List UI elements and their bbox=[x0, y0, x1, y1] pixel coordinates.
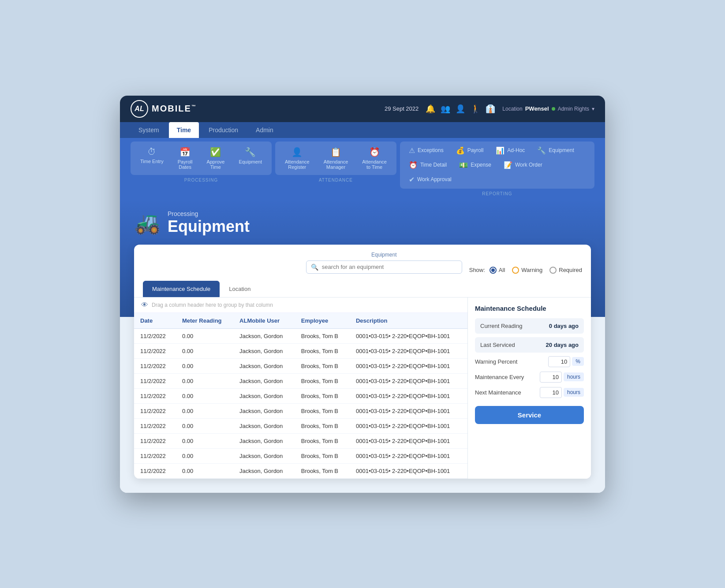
bell-icon[interactable]: 🔔 bbox=[426, 104, 435, 114]
chevron-down-icon[interactable]: ▾ bbox=[592, 106, 594, 112]
logo-icon: AL bbox=[131, 100, 148, 118]
next-maintenance-input-group: hours bbox=[540, 387, 584, 398]
search-input[interactable] bbox=[322, 264, 457, 270]
admin-rights-label: Admin Rights bbox=[558, 106, 589, 112]
cell-date: 11/2/2022 bbox=[134, 403, 176, 418]
cell-description: 0001•03-015• 2-220•EQOP•BH-1001 bbox=[350, 418, 467, 433]
cell-user: Jackson, Gordon bbox=[233, 463, 295, 478]
sub-nav-attendance-register[interactable]: 👤 Attendance Register bbox=[279, 144, 316, 172]
col-employee[interactable]: Employee bbox=[295, 313, 350, 329]
cell-employee: Brooks, Tom B bbox=[295, 328, 350, 343]
radio-required[interactable]: Required bbox=[549, 267, 582, 274]
users-icon[interactable]: 👥 bbox=[441, 104, 450, 114]
current-reading-value: 0 days ago bbox=[549, 323, 579, 329]
table-row[interactable]: 11/2/2022 0.00 Jackson, Gordon Brooks, T… bbox=[134, 358, 467, 373]
col-meter[interactable]: Meter Reading bbox=[176, 313, 233, 329]
reporting-exceptions[interactable]: ⚠ Exceptions bbox=[404, 144, 449, 157]
sub-nav-attendance-manager[interactable]: 📋 Attendance Manager bbox=[318, 144, 355, 172]
table-row[interactable]: 11/2/2022 0.00 Jackson, Gordon Brooks, T… bbox=[134, 448, 467, 463]
reporting-expense[interactable]: 💵 Expense bbox=[454, 159, 497, 171]
table-row[interactable]: 11/2/2022 0.00 Jackson, Gordon Brooks, T… bbox=[134, 343, 467, 358]
equipment-report-icon: 🔧 bbox=[537, 146, 546, 155]
radio-group: All Warning Required bbox=[490, 267, 582, 274]
time-detail-icon: ⏰ bbox=[409, 161, 418, 169]
attendance-group: 👤 Attendance Register 📋 Attendance Manag… bbox=[275, 141, 396, 175]
reporting-equipment[interactable]: 🔧 Equipment bbox=[532, 144, 579, 157]
service-button[interactable]: Service bbox=[475, 406, 584, 424]
cell-date: 11/2/2022 bbox=[134, 433, 176, 448]
show-label: Show: bbox=[469, 267, 485, 273]
cell-meter: 0.00 bbox=[176, 403, 233, 418]
cell-user: Jackson, Gordon bbox=[233, 388, 295, 403]
processing-group: ⏱ Time Entry 📅 Payroll Dates ✅ Approve T… bbox=[131, 141, 272, 175]
warning-percent-input[interactable] bbox=[548, 356, 570, 367]
person-icon[interactable]: 👤 bbox=[456, 104, 465, 114]
settings-person-icon[interactable]: 👔 bbox=[486, 104, 495, 114]
cell-description: 0001•03-015• 2-220•EQOP•BH-1001 bbox=[350, 433, 467, 448]
payroll-dates-icon: 📅 bbox=[179, 147, 191, 157]
table-row[interactable]: 11/2/2022 0.00 Jackson, Gordon Brooks, T… bbox=[134, 373, 467, 388]
expense-icon: 💵 bbox=[459, 161, 468, 169]
cell-date: 11/2/2022 bbox=[134, 418, 176, 433]
table-row[interactable]: 11/2/2022 0.00 Jackson, Gordon Brooks, T… bbox=[134, 328, 467, 343]
cell-meter: 0.00 bbox=[176, 388, 233, 403]
radio-all[interactable]: All bbox=[490, 267, 505, 274]
top-bar-right: 29 Sept 2022 🔔 👥 👤 🚶 👔 Location PWensel … bbox=[385, 104, 594, 114]
table-row[interactable]: 11/2/2022 0.00 Jackson, Gordon Brooks, T… bbox=[134, 388, 467, 403]
col-date[interactable]: Date bbox=[134, 313, 176, 329]
radio-all-dot bbox=[490, 267, 497, 274]
sub-nav-equipment[interactable]: 🔧 Equipment bbox=[232, 144, 268, 172]
logo: AL MOBILE™ bbox=[131, 100, 197, 118]
col-description[interactable]: Description bbox=[350, 313, 467, 329]
warning-percent-unit: % bbox=[572, 357, 584, 366]
last-serviced-label: Last Serviced bbox=[480, 342, 515, 348]
table-row[interactable]: 11/2/2022 0.00 Jackson, Gordon Brooks, T… bbox=[134, 433, 467, 448]
cell-user: Jackson, Gordon bbox=[233, 373, 295, 388]
cell-user: Jackson, Gordon bbox=[233, 328, 295, 343]
sub-nav-time-entry[interactable]: ⏱ Time Entry bbox=[134, 144, 170, 172]
cell-description: 0001•03-015• 2-220•EQOP•BH-1001 bbox=[350, 403, 467, 418]
nav-tab-production[interactable]: Production bbox=[201, 122, 246, 138]
nav-tab-admin[interactable]: Admin bbox=[248, 122, 281, 138]
nav-tab-time[interactable]: Time bbox=[169, 122, 199, 138]
main-content: 🚜 Processing Equipment Equipment 🔍 bbox=[120, 200, 605, 493]
attendance-label: ATTENDANCE bbox=[275, 176, 396, 182]
col-user[interactable]: ALMobile User bbox=[233, 313, 295, 329]
table-section: 👁 Drag a column header here to group by … bbox=[134, 298, 467, 479]
reporting-work-order[interactable]: 📝 Work Order bbox=[498, 159, 548, 171]
nav-tab-system[interactable]: System bbox=[131, 122, 167, 138]
sub-nav-approve-time[interactable]: ✅ Approve Time bbox=[200, 144, 231, 172]
cell-date: 11/2/2022 bbox=[134, 373, 176, 388]
maintenance-every-input[interactable] bbox=[540, 372, 562, 383]
reporting-time-detail[interactable]: ⏰ Time Detail bbox=[404, 159, 452, 171]
cell-date: 11/2/2022 bbox=[134, 358, 176, 373]
next-maintenance-input[interactable] bbox=[540, 387, 562, 398]
card-top: Equipment 🔍 Show: All bbox=[134, 245, 591, 281]
walk-icon[interactable]: 🚶 bbox=[471, 104, 480, 114]
table-row[interactable]: 11/2/2022 0.00 Jackson, Gordon Brooks, T… bbox=[134, 403, 467, 418]
cell-date: 11/2/2022 bbox=[134, 328, 176, 343]
reporting-work-approval[interactable]: ✔ Work Approval bbox=[404, 173, 457, 186]
tab-location[interactable]: Location bbox=[220, 281, 260, 297]
exceptions-icon: ⚠ bbox=[409, 146, 415, 155]
sub-nav-attendance-to-time[interactable]: ⏰ Attendance to Time bbox=[356, 144, 393, 172]
top-bar-icons: 🔔 👥 👤 🚶 👔 bbox=[426, 104, 495, 114]
reporting-adhoc[interactable]: 📊 Ad-Hoc bbox=[490, 144, 530, 157]
tab-maintenance-schedule[interactable]: Maintenance Schedule bbox=[143, 281, 220, 297]
app-window: AL MOBILE™ 29 Sept 2022 🔔 👥 👤 🚶 👔 Locati… bbox=[120, 96, 605, 493]
cell-description: 0001•03-015• 2-220•EQOP•BH-1001 bbox=[350, 343, 467, 358]
status-dot bbox=[552, 107, 555, 111]
page-sub-title: Processing bbox=[168, 210, 250, 217]
cell-description: 0001•03-015• 2-220•EQOP•BH-1001 bbox=[350, 373, 467, 388]
radio-warning[interactable]: Warning bbox=[512, 267, 542, 274]
sub-nav-payroll-dates[interactable]: 📅 Payroll Dates bbox=[172, 144, 199, 172]
table-row[interactable]: 11/2/2022 0.00 Jackson, Gordon Brooks, T… bbox=[134, 463, 467, 478]
table-row[interactable]: 11/2/2022 0.00 Jackson, Gordon Brooks, T… bbox=[134, 418, 467, 433]
page-header: 🚜 Processing Equipment bbox=[134, 210, 591, 236]
cell-employee: Brooks, Tom B bbox=[295, 403, 350, 418]
cell-employee: Brooks, Tom B bbox=[295, 373, 350, 388]
equipment-page-icon: 🚜 bbox=[134, 211, 161, 235]
reporting-payroll[interactable]: 💰 Payroll bbox=[451, 144, 489, 157]
eye-icon[interactable]: 👁 bbox=[141, 301, 148, 309]
cell-employee: Brooks, Tom B bbox=[295, 358, 350, 373]
